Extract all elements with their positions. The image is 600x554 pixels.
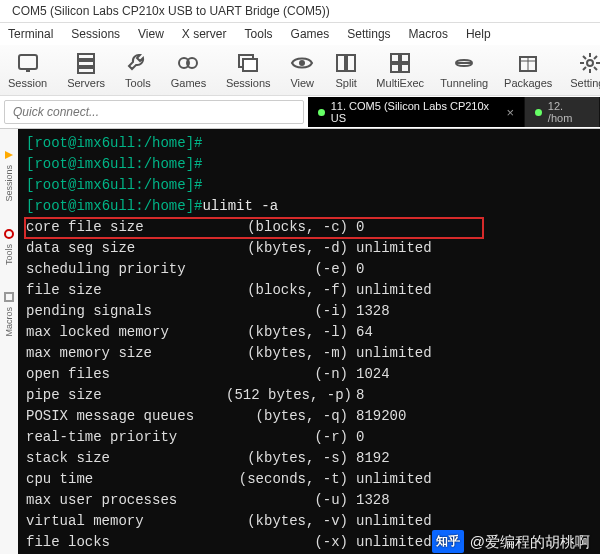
terminal-line: pipe size(512 bytes, -p) 8 xyxy=(26,385,592,406)
terminal-line: POSIX message queues(bytes, -q) 819200 xyxy=(26,406,592,427)
svg-rect-11 xyxy=(337,55,345,71)
titlebar: COM5 (Silicon Labs CP210x USB to UART Br… xyxy=(0,0,600,23)
menu-view[interactable]: View xyxy=(138,27,164,41)
terminal-line: max locked memory(kbytes, -l) 64 xyxy=(26,322,592,343)
svg-rect-9 xyxy=(243,59,257,71)
svg-point-18 xyxy=(587,60,593,66)
sidebar-tools[interactable]: Tools xyxy=(3,228,15,265)
view-icon xyxy=(290,51,314,75)
multiexec-icon xyxy=(388,51,412,75)
tool-session[interactable]: Session xyxy=(8,51,47,89)
terminal-line: pending signals(-i) 1328 xyxy=(26,301,592,322)
menu-sessions[interactable]: Sessions xyxy=(71,27,120,41)
packages-icon xyxy=(516,51,540,75)
window-title: COM5 (Silicon Labs CP210x USB to UART Br… xyxy=(12,4,330,18)
terminal-line: cpu time(seconds, -t) unlimited xyxy=(26,469,592,490)
svg-rect-13 xyxy=(391,54,399,62)
svg-point-21 xyxy=(5,230,13,238)
menu-help[interactable]: Help xyxy=(466,27,491,41)
tool-tools[interactable]: Tools xyxy=(125,51,151,89)
terminal-line: open files(-n) 1024 xyxy=(26,364,592,385)
games-icon xyxy=(176,51,200,75)
tunneling-icon xyxy=(452,51,476,75)
terminal-line: scheduling priority(-e) 0 xyxy=(26,259,592,280)
menu-tools[interactable]: Tools xyxy=(245,27,273,41)
tool-multiexec[interactable]: MultiExec xyxy=(378,51,422,89)
sessions-icon xyxy=(3,149,15,161)
settings-icon xyxy=(578,51,600,75)
terminal-line: [root@imx6ull:/home]# xyxy=(26,133,592,154)
menu-settings[interactable]: Settings xyxy=(347,27,390,41)
quick-connect-input[interactable] xyxy=(4,100,304,124)
svg-point-10 xyxy=(299,60,305,66)
menubar[interactable]: TerminalSessionsViewX serverToolsGamesSe… xyxy=(0,23,600,45)
tools-icon xyxy=(3,228,15,240)
terminal-line: max user processes(-u) 1328 xyxy=(26,490,592,511)
watermark-text: @爱编程的胡桃啊 xyxy=(470,531,590,552)
svg-rect-14 xyxy=(401,54,409,62)
terminal-line: [root@imx6ull:/home]# xyxy=(26,175,592,196)
menu-terminal[interactable]: Terminal xyxy=(8,27,53,41)
servers-icon xyxy=(74,51,98,75)
tool-sessions[interactable]: Sessions xyxy=(226,51,270,89)
svg-rect-1 xyxy=(19,55,37,69)
terminal-line: stack size(kbytes, -s) 8192 xyxy=(26,448,592,469)
split-icon xyxy=(334,51,358,75)
zhihu-logo: 知乎 xyxy=(432,530,464,553)
status-dot-icon xyxy=(535,109,542,116)
status-dot-icon xyxy=(318,109,325,116)
sidebar-macros[interactable]: Macros xyxy=(3,291,15,337)
sidebar: SessionsToolsMacros xyxy=(0,129,18,554)
sidebar-sessions[interactable]: Sessions xyxy=(3,149,15,202)
terminal-line: data seg size(kbytes, -d) unlimited xyxy=(26,238,592,259)
menu-games[interactable]: Games xyxy=(291,27,330,41)
svg-rect-12 xyxy=(347,55,355,71)
svg-rect-4 xyxy=(78,61,94,66)
tools-icon xyxy=(126,51,150,75)
terminal-line: [root@imx6ull:/home]# xyxy=(26,154,592,175)
workspace: SessionsToolsMacros [root@imx6ull:/home]… xyxy=(0,129,600,554)
svg-rect-15 xyxy=(391,64,399,72)
tool-servers[interactable]: Servers xyxy=(67,51,105,89)
terminal[interactable]: [root@imx6ull:/home]#[root@imx6ull:/home… xyxy=(18,129,600,554)
tab-12[interactable]: 12. /hom xyxy=(525,97,600,127)
tool-view[interactable]: View xyxy=(290,51,314,89)
svg-rect-22 xyxy=(5,293,13,301)
svg-rect-2 xyxy=(26,69,30,72)
terminal-line: virtual memory(kbytes, -v) unlimited xyxy=(26,511,592,532)
terminal-line: [root@imx6ull:/home]# ulimit -a xyxy=(26,196,592,217)
terminal-line: core file size(blocks, -c) 0 xyxy=(26,217,592,238)
tab-11[interactable]: 11. COM5 (Silicon Labs CP210x US× xyxy=(308,97,525,127)
toolbar: SessionServersToolsGamesSessionsViewSpli… xyxy=(0,45,600,96)
terminal-line: real-time priority(-r) 0 xyxy=(26,427,592,448)
quickbar: 11. COM5 (Silicon Labs CP210x US×12. /ho… xyxy=(0,96,600,129)
close-icon[interactable]: × xyxy=(507,105,515,120)
tool-packages[interactable]: Packages xyxy=(506,51,550,89)
watermark: 知乎 @爱编程的胡桃啊 xyxy=(432,530,590,553)
tool-games[interactable]: Games xyxy=(171,51,206,89)
svg-rect-3 xyxy=(78,54,94,59)
svg-rect-5 xyxy=(78,68,94,73)
menu-x-server[interactable]: X server xyxy=(182,27,227,41)
terminal-line: file size(blocks, -f) unlimited xyxy=(26,280,592,301)
session-icon xyxy=(16,51,40,75)
sessions-icon xyxy=(236,51,260,75)
tool-settings[interactable]: Settings xyxy=(570,51,600,89)
menu-macros[interactable]: Macros xyxy=(409,27,448,41)
tool-split[interactable]: Split xyxy=(334,51,358,89)
terminal-line: max memory size(kbytes, -m) unlimited xyxy=(26,343,592,364)
session-tabs: 11. COM5 (Silicon Labs CP210x US×12. /ho… xyxy=(308,97,600,127)
svg-rect-16 xyxy=(401,64,409,72)
macros-icon xyxy=(3,291,15,303)
tool-tunneling[interactable]: Tunneling xyxy=(442,51,486,89)
